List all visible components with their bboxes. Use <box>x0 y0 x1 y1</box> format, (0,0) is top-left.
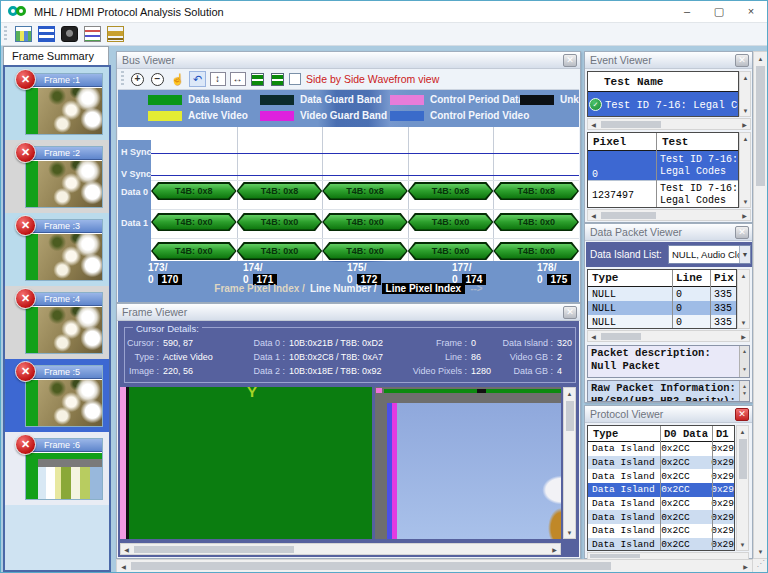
test-name-vscrollbar[interactable]: ▲▼ <box>739 71 751 117</box>
frame-thumbnail <box>26 306 102 353</box>
cart-icon[interactable] <box>107 26 124 42</box>
fit-horizontal-icon[interactable]: ↔ <box>229 71 246 87</box>
undo-icon[interactable]: ↶ <box>189 71 206 87</box>
packet-row[interactable]: NULL 0 335 <box>588 287 736 301</box>
legend-swatch <box>260 95 294 105</box>
waveform-area[interactable]: Data Island Data Guard Band Control Peri… <box>118 90 579 302</box>
window-vscrollbar[interactable]: ▲▼ <box>753 51 768 559</box>
frame-viewer-titlebar: Frame Viewer ✕ <box>117 304 580 321</box>
packet-row[interactable]: NULL 0 335 <box>588 301 736 315</box>
legend-swatch <box>390 95 424 105</box>
frame-image-area[interactable]: Y ▲▼ <box>120 387 561 539</box>
toolbar-grip <box>121 71 124 87</box>
main-toolbar <box>1 23 767 46</box>
packet-description-scrollbar[interactable]: ▲▼ <box>739 346 749 377</box>
frame-analyzer-icon[interactable] <box>15 26 32 42</box>
frame-item-2[interactable]: Frame :2 ✕ <box>5 140 109 213</box>
window-hscrollbar[interactable]: ◀▶ <box>116 559 753 573</box>
frame-label: Frame :3 <box>26 220 102 233</box>
pixel-test-table: Pixel Test 0 Test ID 7-16:Legal Codes 12… <box>587 132 739 208</box>
t4b-block: T4B: 0x8 <box>151 182 237 200</box>
frame-thumbnail <box>26 160 102 207</box>
bus-viewer-close-icon[interactable]: ✕ <box>563 54 577 67</box>
maximize-button[interactable]: ▢ <box>703 1 735 22</box>
bus-viewer-titlebar: Bus Viewer ✕ <box>117 52 580 69</box>
legend-label: Control Period Video <box>430 110 529 121</box>
event-viewer-titlebar: Event Viewer ✕ <box>585 52 752 69</box>
error-x-icon: ✕ <box>15 142 36 163</box>
frame-viewer-panel: Frame Viewer ✕ Cursor Details: Cursor :5… <box>116 303 581 559</box>
window-title: MHL / HDMI Protocol Analysis Solution <box>34 6 224 18</box>
frame-viewer-close-icon[interactable]: ✕ <box>563 306 577 319</box>
test-name-hscrollbar[interactable]: ◀▶ <box>587 118 751 130</box>
packet-table-hscrollbar[interactable]: ◀▶ <box>587 330 750 342</box>
protocol-viewer-close-icon[interactable]: ✕ <box>735 408 749 421</box>
t4b-block: T4B: 0x8 <box>237 182 323 200</box>
protocol-viewer-titlebar: Protocol Viewer ✕ <box>585 406 752 423</box>
event-viewer-close-icon[interactable]: ✕ <box>735 54 749 67</box>
error-x-icon: ✕ <box>15 215 36 236</box>
protocol-table-vscrollbar[interactable]: ▲▼ <box>736 425 749 551</box>
protocol-table-hscrollbar[interactable] <box>587 552 749 559</box>
axis-caption: Frame Pixel Index / Line Number / Line P… <box>118 283 579 294</box>
frame-viewer-title: Frame Viewer <box>122 306 187 318</box>
raw-packet-scrollbar[interactable]: ▲▼ <box>739 381 749 401</box>
frame-item-3[interactable]: Frame :3 ✕ <box>5 213 109 286</box>
packet-description-box[interactable]: Packet description: Null Packet ▲▼ <box>587 345 750 378</box>
frame-label: Frame :5 <box>26 366 102 379</box>
test-name-header: Test Name <box>588 72 738 92</box>
axis-tick: 178/ 0175 <box>537 262 571 285</box>
frame-viewer-hscrollbar[interactable]: ◀▶ <box>120 543 561 555</box>
frame-summary-tab[interactable]: Frame Summary <box>3 46 109 65</box>
pan-hand-icon[interactable]: ☝ <box>169 71 186 87</box>
data-island-list-label: Data Island List: <box>590 249 662 260</box>
next-frame-image[interactable] <box>375 387 561 539</box>
frame-item-5-selected[interactable]: Frame :5 ✕ <box>5 359 109 432</box>
legend-swatch <box>390 111 424 121</box>
grid-small-icon[interactable] <box>249 71 266 87</box>
fit-vertical-icon[interactable]: ↕ <box>209 71 226 87</box>
raw-packet-box[interactable]: Raw Packet Information: HB/SB4(HB2 HB3 P… <box>587 380 750 402</box>
t4b-block: T4B: 0x0 <box>237 242 323 260</box>
frame-summary-panel: Frame :1 ✕ Frame :2 ✕ Frame :3 ✕ Frame :… <box>3 65 111 572</box>
frame-viewer-vscrollbar[interactable]: ▲▼ <box>563 387 576 539</box>
t4b-block: T4B: 0x8 <box>493 182 579 200</box>
binary-data-icon[interactable] <box>38 26 55 42</box>
capture-device-icon[interactable] <box>61 26 78 42</box>
close-button[interactable]: × <box>735 1 767 22</box>
cursor-details-legend: Cursor Details: <box>133 323 202 334</box>
hsync-trace <box>151 153 579 154</box>
event-row[interactable]: 1237497 Test ID 7-16:Legal Codes <box>588 180 738 208</box>
frame-viewer-content: Cursor Details: Cursor :590, 87 Data 0 :… <box>118 321 579 557</box>
frame-label: Frame :4 <box>26 293 102 306</box>
client-area: Frame Summary Frame :1 ✕ Frame :2 ✕ Fram… <box>1 46 768 573</box>
frame-item-4[interactable]: Frame :4 ✕ <box>5 286 109 359</box>
toolbar-grip <box>4 26 7 42</box>
packet-table-vscrollbar[interactable]: ▲▼ <box>737 269 750 329</box>
data-packet-viewer-close-icon[interactable]: ✕ <box>735 226 749 239</box>
grid-large-icon[interactable] <box>269 71 286 87</box>
resize-grip[interactable]: ⋰ <box>753 559 768 573</box>
frame-item-6[interactable]: Frame :6 ✕ <box>5 432 109 505</box>
frame-item-1[interactable]: Frame :1 ✕ <box>5 67 109 140</box>
legend-label: Data Island <box>188 94 241 105</box>
cursor-details-group: Cursor Details: Cursor :590, 87 Data 0 :… <box>124 327 576 383</box>
pixel-test-vscrollbar[interactable]: ▲▼ <box>739 132 751 208</box>
decoded-frame-image[interactable]: Y <box>120 387 372 539</box>
zoom-in-icon[interactable]: + <box>129 71 146 87</box>
side-by-side-checkbox[interactable] <box>289 73 301 85</box>
app-logo-icon <box>8 6 28 18</box>
zoom-out-icon[interactable]: − <box>149 71 166 87</box>
event-row-selected[interactable]: 0 Test ID 7-16:Legal Codes <box>588 151 738 180</box>
data-island-list-dropdown[interactable]: NULL, Audio Clock ▼ <box>668 245 751 264</box>
legend-swatch <box>520 95 554 105</box>
minimize-button[interactable]: – <box>671 1 703 22</box>
packet-row[interactable]: NULL 0 335 <box>588 315 736 329</box>
error-x-icon: ✕ <box>15 434 36 455</box>
app-window: MHL / HDMI Protocol Analysis Solution – … <box>0 0 768 573</box>
test-name-row[interactable]: ✓ Test ID 7-16: Legal Codes <box>588 92 738 117</box>
report-icon[interactable] <box>84 26 101 42</box>
side-by-side-label: Side by Side Wavefrom view <box>306 73 439 85</box>
axis-tick: 177/ 0174 <box>452 262 486 285</box>
pixel-test-hscrollbar[interactable]: ◀▶ <box>587 209 751 221</box>
